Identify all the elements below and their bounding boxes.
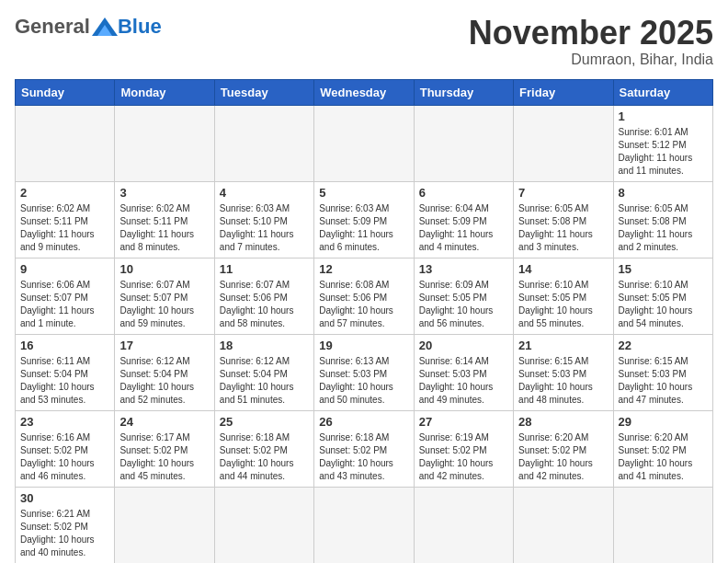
day-number: 11 (220, 262, 309, 276)
table-row (414, 487, 513, 563)
day-info: Sunrise: 6:07 AMSunset: 5:07 PMDaylight:… (119, 279, 209, 330)
day-number: 12 (319, 262, 408, 276)
table-row: 19Sunrise: 6:13 AMSunset: 5:03 PMDayligh… (314, 334, 414, 410)
table-row: 23Sunrise: 6:16 AMSunset: 5:02 PMDayligh… (16, 410, 115, 487)
day-info: Sunrise: 6:02 AMSunset: 5:11 PMDaylight:… (20, 202, 109, 254)
header-saturday: Saturday (613, 79, 712, 105)
day-info: Sunrise: 6:12 AMSunset: 5:04 PMDaylight:… (119, 355, 209, 407)
header: General Blue November 2025 Dumraon, Biha… (15, 15, 713, 68)
day-info: Sunrise: 6:17 AMSunset: 5:02 PMDaylight:… (119, 431, 209, 483)
table-row: 9Sunrise: 6:06 AMSunset: 5:07 PMDaylight… (16, 258, 115, 334)
table-row: 4Sunrise: 6:03 AMSunset: 5:10 PMDaylight… (214, 181, 313, 258)
table-row: 13Sunrise: 6:09 AMSunset: 5:05 PMDayligh… (414, 258, 513, 334)
table-row: 27Sunrise: 6:19 AMSunset: 5:02 PMDayligh… (414, 410, 513, 487)
table-row: 7Sunrise: 6:05 AMSunset: 5:08 PMDaylight… (514, 181, 613, 258)
day-number: 2 (20, 186, 109, 200)
day-number: 20 (419, 339, 508, 352)
logo: General Blue (15, 15, 162, 39)
day-number: 17 (119, 339, 209, 352)
table-row: 22Sunrise: 6:15 AMSunset: 5:03 PMDayligh… (613, 334, 712, 410)
table-row: 8Sunrise: 6:05 AMSunset: 5:08 PMDaylight… (613, 181, 712, 258)
day-info: Sunrise: 6:08 AMSunset: 5:06 PMDaylight:… (319, 279, 408, 330)
table-row: 30Sunrise: 6:21 AMSunset: 5:02 PMDayligh… (16, 487, 115, 563)
logo-icon (92, 17, 118, 36)
day-number: 8 (619, 186, 708, 200)
table-row: 11Sunrise: 6:07 AMSunset: 5:06 PMDayligh… (214, 258, 313, 334)
table-row: 5Sunrise: 6:03 AMSunset: 5:09 PMDaylight… (314, 181, 414, 258)
table-row (613, 487, 712, 563)
table-row: 29Sunrise: 6:20 AMSunset: 5:02 PMDayligh… (613, 410, 712, 487)
day-number: 24 (119, 415, 209, 429)
month-title: November 2025 (469, 15, 713, 52)
day-number: 30 (20, 491, 109, 505)
day-info: Sunrise: 6:03 AMSunset: 5:10 PMDaylight:… (220, 202, 309, 254)
table-row (514, 487, 613, 563)
table-row: 1Sunrise: 6:01 AMSunset: 5:12 PMDaylight… (613, 105, 712, 181)
table-row: 3Sunrise: 6:02 AMSunset: 5:11 PMDaylight… (115, 181, 214, 258)
day-info: Sunrise: 6:07 AMSunset: 5:06 PMDaylight:… (220, 279, 309, 330)
table-row: 17Sunrise: 6:12 AMSunset: 5:04 PMDayligh… (115, 334, 214, 410)
day-info: Sunrise: 6:03 AMSunset: 5:09 PMDaylight:… (319, 202, 408, 254)
table-row: 12Sunrise: 6:08 AMSunset: 5:06 PMDayligh… (314, 258, 414, 334)
table-row (115, 487, 214, 563)
day-info: Sunrise: 6:10 AMSunset: 5:05 PMDaylight:… (518, 279, 608, 330)
day-number: 18 (220, 339, 309, 352)
table-row (214, 105, 313, 181)
day-number: 4 (220, 186, 309, 200)
header-tuesday: Tuesday (214, 79, 313, 105)
location-title: Dumraon, Bihar, India (469, 52, 713, 68)
day-info: Sunrise: 6:15 AMSunset: 5:03 PMDaylight:… (518, 355, 608, 407)
day-info: Sunrise: 6:01 AMSunset: 5:12 PMDaylight:… (619, 126, 708, 178)
table-row (414, 105, 513, 181)
day-number: 14 (518, 262, 608, 276)
table-row (314, 487, 414, 563)
day-number: 15 (619, 262, 708, 276)
weekday-header-row: Sunday Monday Tuesday Wednesday Thursday… (16, 79, 713, 105)
day-number: 22 (619, 339, 708, 352)
table-row: 10Sunrise: 6:07 AMSunset: 5:07 PMDayligh… (115, 258, 214, 334)
day-number: 1 (619, 109, 708, 123)
day-number: 26 (319, 415, 408, 429)
logo-blue: Blue (118, 15, 162, 39)
day-info: Sunrise: 6:14 AMSunset: 5:03 PMDaylight:… (419, 355, 508, 407)
day-info: Sunrise: 6:13 AMSunset: 5:03 PMDaylight:… (319, 355, 408, 407)
day-info: Sunrise: 6:10 AMSunset: 5:05 PMDaylight:… (619, 279, 708, 330)
day-number: 28 (518, 415, 608, 429)
table-row: 21Sunrise: 6:15 AMSunset: 5:03 PMDayligh… (514, 334, 613, 410)
day-info: Sunrise: 6:12 AMSunset: 5:04 PMDaylight:… (220, 355, 309, 407)
header-thursday: Thursday (414, 79, 513, 105)
day-number: 9 (20, 262, 109, 276)
table-row: 16Sunrise: 6:11 AMSunset: 5:04 PMDayligh… (16, 334, 115, 410)
day-info: Sunrise: 6:20 AMSunset: 5:02 PMDaylight:… (619, 431, 708, 483)
table-row (115, 105, 214, 181)
day-number: 29 (619, 415, 708, 429)
day-info: Sunrise: 6:09 AMSunset: 5:05 PMDaylight:… (419, 279, 508, 330)
day-number: 6 (419, 186, 508, 200)
day-info: Sunrise: 6:02 AMSunset: 5:11 PMDaylight:… (119, 202, 209, 254)
day-info: Sunrise: 6:05 AMSunset: 5:08 PMDaylight:… (619, 202, 708, 254)
day-number: 13 (419, 262, 508, 276)
calendar: Sunday Monday Tuesday Wednesday Thursday… (15, 79, 713, 563)
table-row: 18Sunrise: 6:12 AMSunset: 5:04 PMDayligh… (214, 334, 313, 410)
day-number: 25 (220, 415, 309, 429)
logo-text: General Blue (15, 15, 162, 39)
table-row (16, 105, 115, 181)
table-row: 20Sunrise: 6:14 AMSunset: 5:03 PMDayligh… (414, 334, 513, 410)
day-info: Sunrise: 6:18 AMSunset: 5:02 PMDaylight:… (220, 431, 309, 483)
day-number: 3 (119, 186, 209, 200)
day-info: Sunrise: 6:04 AMSunset: 5:09 PMDaylight:… (419, 202, 508, 254)
day-number: 7 (518, 186, 608, 200)
header-friday: Friday (514, 79, 613, 105)
day-info: Sunrise: 6:15 AMSunset: 5:03 PMDaylight:… (619, 355, 708, 407)
table-row (314, 105, 414, 181)
page-container: General Blue November 2025 Dumraon, Biha… (15, 15, 713, 563)
day-number: 16 (20, 339, 109, 352)
day-number: 10 (119, 262, 209, 276)
table-row (514, 105, 613, 181)
day-info: Sunrise: 6:19 AMSunset: 5:02 PMDaylight:… (419, 431, 508, 483)
table-row: 14Sunrise: 6:10 AMSunset: 5:05 PMDayligh… (514, 258, 613, 334)
table-row: 6Sunrise: 6:04 AMSunset: 5:09 PMDaylight… (414, 181, 513, 258)
table-row (214, 487, 313, 563)
table-row: 28Sunrise: 6:20 AMSunset: 5:02 PMDayligh… (514, 410, 613, 487)
day-number: 5 (319, 186, 408, 200)
